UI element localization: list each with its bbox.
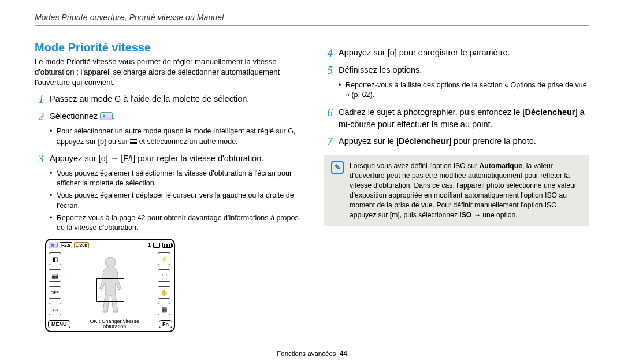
footer-section: Fonctions avancées [277,350,336,357]
menu-button: MENU [48,320,70,328]
auto-bold: Automatique [480,162,522,170]
aperture-value: F2.8 [60,242,72,248]
step-2: 2 Sélectionnez . [35,110,300,123]
grid-icon: ▦ [158,303,170,315]
sub-item: Reportez-vous à la page 42 pour obtenir … [50,213,300,233]
step-number: 5 [324,64,333,77]
steps-list-left-2: 3 Appuyez sur [o] → [F/t] pour régler la… [35,153,300,165]
step-5: 5 Définissez les options. [324,64,589,77]
steps-list-right: 4 Appuyez sur [o] pour enregistrer le pa… [324,47,589,77]
flash-icon: ⚡ [158,252,170,265]
text: Lorsque vous avez défini l'option ISO su… [350,162,480,170]
shot-count: 1 [148,242,151,248]
iso-bold: ISO [459,211,471,219]
sub-item: Vous pouvez également sélectionner la vi… [50,169,300,189]
step-5-sublist: Reportez-vous à la liste des options de … [339,80,589,101]
text: Appuyez sur le [ [339,136,399,146]
left-column: Mode Priorité vitesse Le mode Priorité v… [35,41,300,332]
step-number: 6 [324,106,333,131]
mode-icon [100,112,113,120]
text: Passez au mode [50,94,114,103]
text: . [113,112,115,121]
text: obturation [70,324,159,329]
frame-icon: ▭ [49,303,61,315]
screen-center [62,249,158,317]
battery-icon [162,243,172,248]
mode-icon [49,242,58,248]
sub-item: Vous pouvez également déplacer le curseu… [50,191,300,211]
mode-select-icon: ◧ [49,252,61,265]
camera-screen-illustration: F2.8 1/30s 1 ◧ 📷 OFF ▭ ⚡ [45,239,175,332]
shutter-value: 1/30s [74,242,89,248]
step-text: Passez au mode G à l'aide de la molette … [50,93,249,106]
right-sidebar-icons: ⚡ ⬚ ✋ ▦ [158,251,172,317]
step-4: 4 Appuyez sur [o] pour enregistrer le pa… [324,47,589,60]
shutter-bold: Déclencheur [399,136,449,146]
step-3: 3 Appuyez sur [o] → [F/t] pour régler la… [35,153,300,165]
camera-icon: 📷 [49,269,61,282]
top-right-group: 1 [148,242,172,248]
note-icon: ✎ [331,161,344,174]
stabilizer-icon: ✋ [158,286,170,299]
text: à l'aide de la molette de sélection. [121,94,249,103]
footer: Fonctions avancées 44 [0,350,624,357]
text: Sélectionnez [50,112,100,121]
sub-item: Pour sélectionner un autre mode quand le… [50,127,300,147]
text: ] pour prendre la photo. [449,136,536,146]
text: et sélectionnez un autre mode. [137,138,237,146]
step-number: 4 [324,47,333,60]
step-text: Appuyez sur [o] pour enregistrer le para… [339,47,510,60]
menu-icon [130,139,137,144]
text: Pour sélectionner un autre mode quand le… [57,127,288,135]
screen-bottom-bar: MENU OK : Changer vitesse obturation Fn [46,317,174,331]
step-number: 1 [35,93,44,106]
right-column: 4 Appuyez sur [o] pour enregistrer le pa… [324,41,589,332]
note-text: Lorsque vous avez défini l'option ISO su… [350,161,582,220]
fn-button: Fn [159,320,172,328]
focus-rectangle [96,278,124,302]
step-text: Appuyez sur le [Déclencheur] pour prendr… [339,135,536,148]
screen-top-bar: F2.8 1/30s 1 [46,240,174,248]
step-number: 3 [35,153,44,165]
step-text: Définissez les options. [339,64,422,77]
step-text: Sélectionnez . [50,110,115,123]
page-number: 44 [340,350,347,357]
top-left-group: F2.8 1/30s [49,242,89,248]
sub-item: Reportez-vous à la liste des options de … [339,80,589,101]
step-7: 7 Appuyez sur le [Déclencheur] pour pren… [324,135,589,148]
step-text: Cadrez le sujet à photographier, puis en… [339,106,589,131]
mode-token: G [288,127,294,135]
sd-card-icon [153,243,160,248]
bottom-center-text: OK : Changer vitesse obturation [70,319,159,330]
text: → une option. [471,211,517,219]
note-box: ✎ Lorsque vous avez défini l'option ISO … [324,155,589,226]
section-title: Mode Priorité vitesse [35,41,300,54]
step-3-sublist: Vous pouvez également sélectionner la vi… [50,169,300,233]
intro-paragraph: Le mode Priorité vitesse vous permet de … [35,57,300,87]
left-sidebar-icons: ◧ 📷 OFF ▭ [49,251,62,317]
step-2-sublist: Pour sélectionner un autre mode quand le… [50,127,300,147]
step-number: 7 [324,135,333,148]
page: Modes Priorité ouverture, Priorité vites… [0,0,624,364]
step-1: 1 Passez au mode G à l'aide de la molett… [35,93,300,106]
shutter-bold: Déclencheur [525,107,575,117]
steps-list-right-2: 6 Cadrez le sujet à photographier, puis … [324,106,589,148]
steps-list-left: 1 Passez au mode G à l'aide de la molett… [35,93,300,123]
step-text: Appuyez sur [o] → [F/t] pour régler la v… [50,153,263,165]
mode-token: G [114,94,121,103]
step-number: 2 [35,110,44,123]
off-icon: OFF [49,286,61,299]
step-6: 6 Cadrez le sujet à photographier, puis … [324,106,589,131]
text: Cadrez le sujet à photographier, puis en… [339,107,525,117]
breadcrumb: Modes Priorité ouverture, Priorité vites… [35,13,589,26]
size-icon: ⬚ [158,269,170,282]
two-column-layout: Mode Priorité vitesse Le mode Priorité v… [35,41,589,332]
